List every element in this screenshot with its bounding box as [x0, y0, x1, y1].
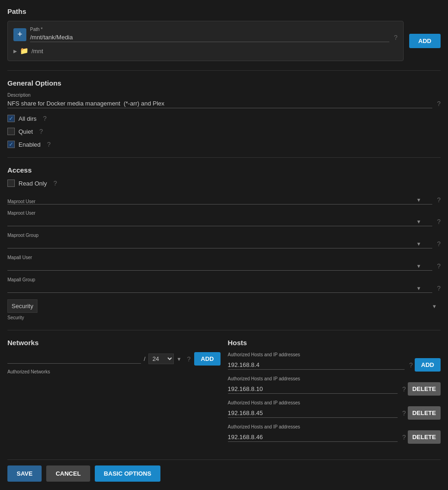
host-delete-button-3[interactable]: DELETE: [408, 430, 441, 444]
maproot-group-input[interactable]: [7, 239, 432, 248]
maproot-user-input[interactable]: [7, 195, 432, 205]
enabled-checkbox[interactable]: ✓: [7, 141, 15, 148]
cidr-select[interactable]: 24 8 16 32: [148, 354, 174, 364]
cancel-button[interactable]: CANCEL: [46, 465, 90, 482]
general-options-title: General Options: [7, 79, 441, 87]
all-dirs-checkbox[interactable]: ✓: [7, 115, 15, 122]
host-label-1: Authorized Hosts and IP addresses: [228, 376, 441, 381]
host-help-1-icon[interactable]: ?: [402, 385, 406, 393]
maproot-user-help-icon[interactable]: ?: [437, 196, 441, 204]
host-label-0: Authorized Hosts and IP addresses: [228, 352, 441, 357]
authorized-networks-label: Authorized Networks: [7, 369, 221, 374]
authorized-networks-input[interactable]: [7, 354, 141, 364]
folder-icon: 📁: [20, 47, 29, 55]
read-only-checkbox[interactable]: [7, 180, 15, 187]
read-only-label: Read Only: [18, 180, 47, 187]
mapall-group-label: Mapall Group: [7, 277, 441, 282]
maproot-group-label: Maproot Group: [7, 233, 441, 238]
description-label: Description: [7, 93, 441, 98]
mapall-user-input[interactable]: [7, 261, 432, 271]
security-select[interactable]: Security: [7, 299, 37, 313]
mapall-user-help-icon[interactable]: ?: [437, 262, 441, 270]
maproot-user-input2[interactable]: [7, 217, 432, 226]
basic-options-button[interactable]: BASIC OPTIONS: [95, 465, 161, 482]
security-arrow-icon: ▼: [432, 304, 437, 309]
description-input[interactable]: [7, 99, 432, 108]
maproot-group-help-icon[interactable]: ?: [437, 240, 441, 248]
host-label-2: Authorized Hosts and IP addresses: [228, 400, 441, 405]
security-label: Security: [7, 315, 24, 320]
save-button[interactable]: SAVE: [7, 465, 42, 482]
tree-folder-label: /mnt: [31, 48, 43, 55]
add-path-inline-button[interactable]: +: [13, 28, 26, 41]
enabled-check-icon: ✓: [9, 141, 13, 148]
host-entry-2: Authorized Hosts and IP addresses ? DELE…: [228, 400, 441, 420]
access-title: Access: [7, 166, 441, 174]
maproot-user-help2-icon[interactable]: ?: [437, 218, 441, 225]
mapall-group-help-icon[interactable]: ?: [437, 285, 441, 292]
tree-arrow-icon: ▶: [13, 49, 17, 54]
host-help-3-icon[interactable]: ?: [402, 434, 406, 441]
quiet-label: Quiet: [18, 128, 33, 135]
host-add-button-0[interactable]: ADD: [415, 358, 441, 372]
networks-title: Networks: [7, 339, 221, 347]
hosts-title: Hosts: [228, 339, 441, 347]
host-entry-0: Authorized Hosts and IP addresses ? ADD: [228, 352, 441, 372]
all-dirs-check-icon: ✓: [9, 115, 13, 122]
maproot-user-label2: Maproot User: [7, 211, 441, 216]
host-input-3[interactable]: [228, 433, 398, 442]
host-entry-3: Authorized Hosts and IP addresses ? DELE…: [228, 424, 441, 444]
plus-icon: +: [18, 30, 23, 39]
enabled-label: Enabled: [18, 141, 41, 148]
slash-separator: /: [144, 355, 146, 362]
host-entry-1: Authorized Hosts and IP addresses ? DELE…: [228, 376, 441, 396]
all-dirs-help-icon[interactable]: ?: [43, 115, 47, 122]
host-delete-button-2[interactable]: DELETE: [408, 406, 441, 420]
quiet-checkbox[interactable]: [7, 128, 15, 135]
quiet-help-icon[interactable]: ?: [39, 128, 43, 135]
mapall-user-label: Mapall User: [7, 255, 441, 260]
networks-add-button[interactable]: ADD: [194, 352, 220, 366]
host-delete-button-1[interactable]: DELETE: [408, 382, 441, 396]
enabled-help-icon[interactable]: ?: [47, 141, 51, 148]
description-help-icon[interactable]: ?: [437, 100, 441, 107]
paths-add-button[interactable]: ADD: [409, 34, 441, 48]
path-help-icon[interactable]: ?: [394, 34, 398, 41]
host-input-2[interactable]: [228, 409, 398, 418]
host-help-2-icon[interactable]: ?: [402, 409, 406, 417]
host-input-1[interactable]: [228, 385, 398, 394]
read-only-help-icon[interactable]: ?: [53, 180, 57, 187]
networks-help-icon[interactable]: ?: [187, 355, 191, 363]
paths-title: Paths: [7, 7, 441, 15]
host-label-3: Authorized Hosts and IP addresses: [228, 424, 441, 429]
path-input[interactable]: [30, 33, 389, 42]
host-input-0[interactable]: [228, 360, 405, 370]
host-help-0-icon[interactable]: ?: [409, 361, 413, 369]
mapall-group-input[interactable]: [7, 284, 432, 293]
path-label: Path *: [30, 27, 398, 32]
all-dirs-label: All dirs: [18, 115, 37, 122]
cidr-dropdown-arrow: ▼: [177, 356, 182, 362]
